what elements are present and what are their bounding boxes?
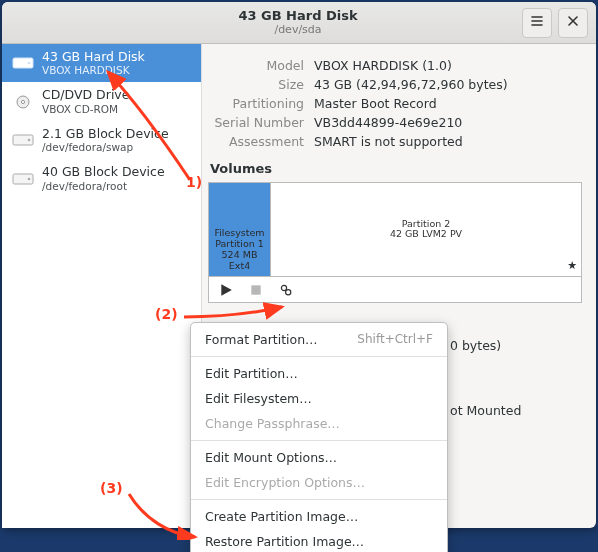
label-partitioning: Partitioning <box>208 96 314 111</box>
hdd-icon <box>12 55 34 71</box>
menu-edit-encryption-options: Edit Encryption Options… <box>191 470 447 495</box>
menu-accel: Shift+Ctrl+F <box>357 332 433 347</box>
menu-label: Format Partition… <box>205 332 318 347</box>
sidebar-item-title: 2.1 GB Block Device <box>42 127 169 141</box>
menu-separator <box>191 356 447 357</box>
menu-edit-filesystem[interactable]: Edit Filesystem… <box>191 386 447 411</box>
sidebar-item-sub: /dev/fedora/root <box>42 180 165 192</box>
menu-label: Edit Encryption Options… <box>205 475 365 490</box>
label-size: Size <box>208 77 314 92</box>
optical-icon <box>12 94 34 110</box>
hdd-icon <box>12 132 34 148</box>
menu-label: Create Partition Image… <box>205 509 358 524</box>
sidebar-item-optical[interactable]: CD/DVD Drive VBOX CD-ROM <box>2 82 201 120</box>
svg-rect-8 <box>251 285 260 294</box>
sidebar-item-sub: VBOX CD-ROM <box>42 103 129 115</box>
label-model: Model <box>208 58 314 73</box>
window-title: 43 GB Hard Disk <box>74 9 522 24</box>
device-sidebar: 43 GB Hard Disk VBOX HARDDISK CD/DVD Dri… <box>2 44 202 528</box>
partition-1-line3: 524 MB Ext4 <box>213 250 266 272</box>
value-partitioning: Master Boot Record <box>314 96 437 111</box>
partition-2[interactable]: Partition 2 42 GB LVM2 PV ★ <box>271 183 581 276</box>
menu-change-passphrase: Change Passphrase… <box>191 411 447 436</box>
svg-point-1 <box>28 62 31 65</box>
menu-edit-partition[interactable]: Edit Partition… <box>191 361 447 386</box>
unmount-button[interactable] <box>249 283 263 297</box>
svg-point-9 <box>281 285 286 290</box>
menu-label: Edit Mount Options… <box>205 450 337 465</box>
sidebar-item-block-swap[interactable]: 2.1 GB Block Device /dev/fedora/swap <box>2 121 201 159</box>
hamburger-icon <box>530 14 544 31</box>
volume-options-button[interactable] <box>279 283 293 297</box>
hidden-mount-tail: ot Mounted <box>450 403 521 418</box>
sidebar-item-title: 40 GB Block Device <box>42 165 165 179</box>
menu-format-partition[interactable]: Format Partition… Shift+Ctrl+F <box>191 327 447 352</box>
value-serial: VB3dd44899-4e69e210 <box>314 115 462 130</box>
partition-context-menu: Format Partition… Shift+Ctrl+F Edit Part… <box>190 322 448 552</box>
hamburger-button[interactable] <box>522 8 552 38</box>
volumes-diagram: Filesystem Partition 1 524 MB Ext4 Parti… <box>208 182 582 277</box>
sidebar-item-title: CD/DVD Drive <box>42 88 129 102</box>
close-button[interactable] <box>558 8 588 38</box>
svg-point-3 <box>21 100 24 103</box>
label-assessment: Assessment <box>208 134 314 149</box>
sidebar-item-sub: VBOX HARDDISK <box>42 64 145 76</box>
volumes-heading: Volumes <box>210 161 582 176</box>
value-assessment: SMART is not supported <box>314 134 463 149</box>
star-icon: ★ <box>567 260 577 273</box>
menu-edit-mount-options[interactable]: Edit Mount Options… <box>191 445 447 470</box>
sidebar-item-block-root[interactable]: 40 GB Block Device /dev/fedora/root <box>2 159 201 197</box>
volume-toolbar <box>208 277 582 303</box>
svg-point-5 <box>28 139 31 142</box>
partition-2-line2: 42 GB LVM2 PV <box>390 230 462 241</box>
menu-restore-partition-image[interactable]: Restore Partition Image… <box>191 529 447 552</box>
hidden-size-tail: 0 bytes) <box>450 338 501 353</box>
menu-separator <box>191 440 447 441</box>
svg-point-7 <box>28 177 31 180</box>
sidebar-item-title: 43 GB Hard Disk <box>42 50 145 64</box>
menu-separator <box>191 499 447 500</box>
hdd-icon <box>12 171 34 187</box>
value-size: 43 GB (42,94,96,72,960 bytes) <box>314 77 508 92</box>
menu-create-partition-image[interactable]: Create Partition Image… <box>191 504 447 529</box>
menu-label: Restore Partition Image… <box>205 534 364 549</box>
menu-label: Edit Partition… <box>205 366 298 381</box>
sidebar-item-hard-disk[interactable]: 43 GB Hard Disk VBOX HARDDISK <box>2 44 201 82</box>
mount-button[interactable] <box>219 283 233 297</box>
sidebar-item-sub: /dev/fedora/swap <box>42 141 169 153</box>
titlebar: 43 GB Hard Disk /dev/sda <box>2 2 596 44</box>
svg-point-10 <box>286 289 291 294</box>
value-model: VBOX HARDDISK (1.0) <box>314 58 452 73</box>
partition-1[interactable]: Filesystem Partition 1 524 MB Ext4 <box>209 183 271 276</box>
window-subtitle: /dev/sda <box>74 24 522 37</box>
menu-label: Edit Filesystem… <box>205 391 312 406</box>
close-icon <box>566 14 580 31</box>
label-serial: Serial Number <box>208 115 314 130</box>
menu-label: Change Passphrase… <box>205 416 340 431</box>
